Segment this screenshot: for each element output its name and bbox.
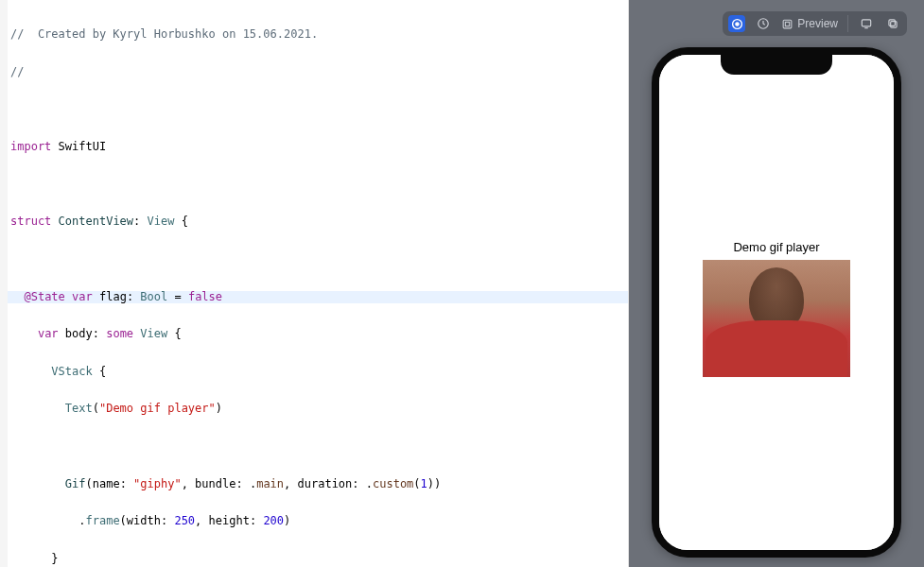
svg-rect-6 — [891, 22, 897, 27]
kw-some: some — [106, 327, 133, 340]
svg-rect-3 — [783, 20, 792, 28]
kw-struct: struct — [10, 215, 51, 228]
selectable-button[interactable] — [755, 15, 772, 32]
type-bool: Bool — [140, 290, 167, 303]
code-comment: // — [10, 65, 24, 78]
kw-var: var — [38, 327, 59, 340]
demo-title-text: Demo gif player — [733, 240, 819, 254]
fn-frame: frame — [85, 514, 119, 527]
kw-false: false — [188, 290, 222, 303]
type-view: View — [148, 215, 175, 228]
number-250: 250 — [174, 514, 195, 527]
string-giphy: "giphy" — [133, 477, 182, 490]
code-editor-pane[interactable]: // Created by Kyryl Horbushko on 15.06.2… — [0, 0, 629, 567]
preview-toggle[interactable]: Preview — [781, 17, 838, 30]
svg-rect-5 — [862, 20, 870, 26]
member-main: main — [256, 477, 284, 490]
highlighted-line: @State var flag: Bool = false — [0, 291, 628, 303]
fn-gif: Gif — [65, 477, 86, 490]
preview-label-text: Preview — [797, 17, 838, 30]
number-1: 1 — [421, 477, 427, 490]
number-200: 200 — [263, 514, 284, 527]
preview-toolbar: Preview — [723, 11, 907, 36]
phone-notch — [721, 54, 832, 75]
label-bundle: bundle — [195, 477, 235, 490]
svg-rect-7 — [889, 20, 895, 26]
label-name: name — [93, 477, 120, 490]
kw-var: var — [72, 290, 93, 303]
device-button[interactable] — [858, 15, 875, 32]
toolbar-divider — [847, 15, 848, 32]
import-module: SwiftUI — [59, 140, 107, 153]
svg-point-1 — [736, 22, 739, 25]
gif-image — [703, 260, 850, 377]
label-duration: duration — [298, 477, 353, 490]
member-custom: custom — [373, 477, 413, 490]
preview-pane: Preview Demo gif player — [629, 0, 924, 567]
kw-import: import — [10, 140, 51, 153]
duplicate-button[interactable] — [884, 15, 901, 32]
phone-simulator: Demo gif player — [652, 47, 901, 558]
live-preview-button[interactable] — [728, 15, 745, 32]
fn-text: Text — [65, 402, 93, 415]
string-demo: "Demo gif player" — [99, 402, 216, 415]
type-view: View — [140, 327, 167, 340]
var-body: body — [65, 327, 93, 340]
code-area[interactable]: // Created by Kyryl Horbushko on 15.06.2… — [0, 0, 628, 567]
label-height: height — [209, 514, 250, 527]
editor-gutter — [0, 0, 8, 567]
gif-figure-body — [706, 320, 847, 377]
type-vstack: VStack — [51, 365, 92, 378]
code-comment: // Created by Kyryl Horbushko on 15.06.2… — [10, 27, 318, 41]
type-contentview: ContentView — [59, 215, 133, 228]
label-width: width — [127, 514, 161, 527]
var-flag: flag — [99, 290, 127, 303]
attr-state: @State — [24, 290, 64, 303]
svg-rect-4 — [786, 22, 790, 26]
phone-screen[interactable]: Demo gif player — [659, 55, 894, 550]
